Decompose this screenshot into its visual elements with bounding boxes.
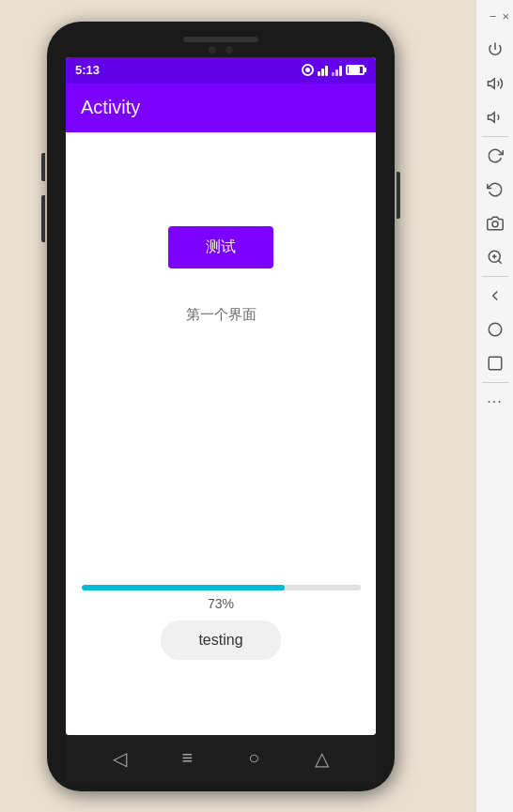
window-controls: − × (476, 9, 513, 23)
signal-icon (332, 64, 342, 76)
volume-down-panel-button[interactable] (478, 100, 512, 134)
subtitle-text: 第一个界面 (186, 306, 256, 324)
power-button[interactable] (396, 172, 400, 219)
status-bar: 5:13 (66, 57, 376, 84)
minimize-button[interactable]: − (490, 9, 497, 23)
main-content: 测试 第一个界面 73% testing (66, 132, 376, 735)
apps-nav-icon[interactable]: △ (315, 747, 329, 770)
svg-marker-1 (488, 113, 494, 123)
svg-point-2 (492, 222, 498, 227)
back-nav-icon[interactable]: ◁ (113, 747, 127, 770)
volume-down-button[interactable] (41, 195, 45, 242)
more-panel-button[interactable]: ··· (478, 385, 512, 419)
back-panel-button[interactable] (478, 279, 512, 313)
volume-up-panel-button[interactable] (478, 67, 512, 100)
menu-nav-icon[interactable]: ≡ (182, 747, 194, 769)
close-button[interactable]: × (502, 9, 509, 23)
wifi-icon (318, 64, 328, 76)
app-bar-title: Activity (81, 97, 140, 118)
camera-dots (209, 46, 233, 54)
progress-section: 73% testing (66, 585, 376, 660)
emulator-side-panel: − × (475, 0, 513, 812)
svg-marker-0 (488, 79, 494, 89)
power-panel-button[interactable] (478, 33, 512, 67)
rotate-ccw-panel-button[interactable] (478, 173, 512, 207)
progress-text: 73% (208, 596, 234, 611)
panel-divider-3 (482, 382, 508, 383)
sensor (225, 46, 233, 54)
status-time: 5:13 (75, 63, 100, 77)
battery-icon (346, 65, 366, 75)
phone-frame: 5:13 (47, 22, 395, 791)
test-button[interactable]: 测试 (168, 226, 273, 268)
panel-divider-2 (482, 276, 508, 277)
search-nav-icon[interactable]: ○ (248, 747, 259, 769)
app-bar: Activity (66, 84, 376, 132)
volume-up-button[interactable] (41, 153, 45, 181)
svg-rect-8 (489, 357, 502, 370)
testing-button[interactable]: testing (161, 620, 280, 660)
phone-screen: 5:13 (66, 57, 376, 735)
status-icons (302, 64, 366, 76)
svg-point-7 (489, 323, 502, 336)
screenshot-panel-button[interactable] (478, 207, 512, 240)
progress-bar-fill (82, 585, 286, 590)
recents-panel-button[interactable] (478, 346, 512, 380)
rotate-cw-panel-button[interactable] (478, 139, 512, 173)
location-icon (302, 64, 314, 76)
phone-nav-bar: ◁ ≡ ○ △ (66, 735, 376, 782)
svg-line-4 (498, 260, 501, 263)
progress-bar-container (82, 585, 361, 590)
panel-divider-1 (482, 136, 508, 137)
speaker-grille (183, 37, 258, 42)
zoom-panel-button[interactable] (478, 240, 512, 274)
home-panel-button[interactable] (478, 313, 512, 346)
camera-lens (209, 46, 216, 54)
